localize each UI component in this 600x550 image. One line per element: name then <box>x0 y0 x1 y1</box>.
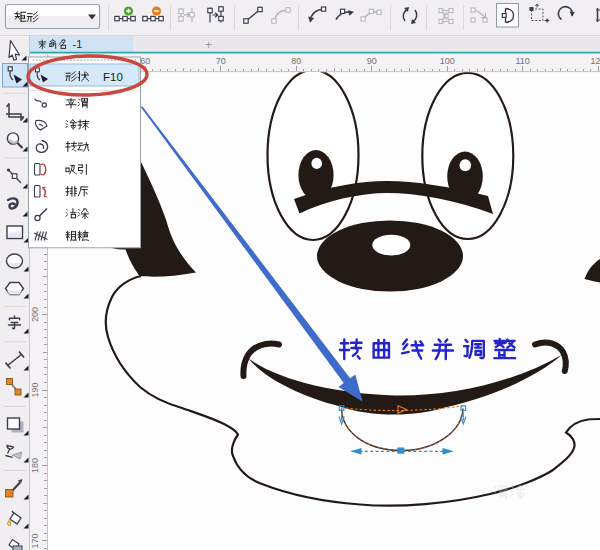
svg-text:190: 190 <box>30 382 40 397</box>
svg-text:60: 60 <box>140 56 150 66</box>
svg-text:80: 80 <box>291 56 301 66</box>
svg-text:170: 170 <box>30 533 40 548</box>
svg-text:120: 120 <box>591 56 600 66</box>
svg-text:+: + <box>205 38 212 52</box>
svg-text:70: 70 <box>216 56 226 66</box>
svg-text:F10: F10 <box>103 71 123 83</box>
svg-text:200: 200 <box>30 307 40 322</box>
svg-text:90: 90 <box>367 56 377 66</box>
svg-text:100: 100 <box>440 56 455 66</box>
svg-text:180: 180 <box>30 458 40 473</box>
svg-text:110: 110 <box>515 56 529 66</box>
svg-text:-1: -1 <box>73 38 83 50</box>
